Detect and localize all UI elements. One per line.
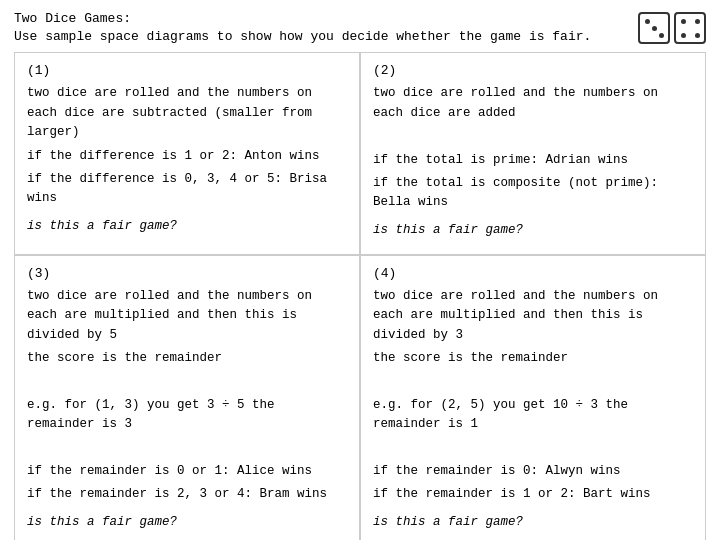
quad1-rule1: if the difference is 1 or 2: Anton wins — [27, 147, 347, 166]
quad3-number: (3) — [27, 266, 347, 281]
quad3-blank — [27, 373, 347, 392]
quad4-blank2 — [373, 439, 693, 458]
quad4-content: two dice are rolled and the numbers on e… — [373, 287, 693, 532]
quad2-question: is this a fair game? — [373, 221, 693, 240]
die2-icon — [674, 12, 706, 44]
quad4-rule1: if the remainder is 0: Alwyn wins — [373, 462, 693, 481]
quadrant-2: (2) two dice are rolled and the numbers … — [360, 52, 706, 255]
quad3-question: is this a fair game? — [27, 513, 347, 532]
die1-icon — [638, 12, 670, 44]
main-grid: (1) two dice are rolled and the numbers … — [14, 52, 706, 537]
title: Two Dice Games: — [14, 10, 591, 28]
quad2-rule2: if the total is composite (not prime): B… — [373, 174, 693, 213]
quad3-intro: two dice are rolled and the numbers on e… — [27, 287, 347, 345]
quad3-example: e.g. for (1, 3) you get 3 ÷ 5 the remain… — [27, 396, 347, 435]
quad1-number: (1) — [27, 63, 347, 78]
quad1-question: is this a fair game? — [27, 217, 347, 236]
quad1-rule2: if the difference is 0, 3, 4 or 5: Brisa… — [27, 170, 347, 209]
header-text: Two Dice Games: Use sample space diagram… — [14, 10, 591, 46]
quad4-question: is this a fair game? — [373, 513, 693, 532]
quad2-intro: two dice are rolled and the numbers on e… — [373, 84, 693, 123]
quad4-score: the score is the remainder — [373, 349, 693, 368]
quad1-content: two dice are rolled and the numbers on e… — [27, 84, 347, 236]
header: Two Dice Games: Use sample space diagram… — [14, 10, 706, 46]
quad2-number: (2) — [373, 63, 693, 78]
quadrant-4: (4) two dice are rolled and the numbers … — [360, 255, 706, 540]
quad3-blank2 — [27, 439, 347, 458]
quad2-rule1: if the total is prime: Adrian wins — [373, 151, 693, 170]
quad3-score: the score is the remainder — [27, 349, 347, 368]
page: Two Dice Games: Use sample space diagram… — [0, 0, 720, 540]
dice-icons — [638, 12, 706, 44]
quadrant-3: (3) two dice are rolled and the numbers … — [14, 255, 360, 540]
quad4-example: e.g. for (2, 5) you get 10 ÷ 3 the remai… — [373, 396, 693, 435]
subtitle: Use sample space diagrams to show how yo… — [14, 28, 591, 46]
quad2-blank — [373, 127, 693, 146]
quad2-content: two dice are rolled and the numbers on e… — [373, 84, 693, 240]
quadrant-1: (1) two dice are rolled and the numbers … — [14, 52, 360, 255]
quad3-content: two dice are rolled and the numbers on e… — [27, 287, 347, 532]
quad4-rule2: if the remainder is 1 or 2: Bart wins — [373, 485, 693, 504]
quad3-rule2: if the remainder is 2, 3 or 4: Bram wins — [27, 485, 347, 504]
quad1-intro: two dice are rolled and the numbers on e… — [27, 84, 347, 142]
quad4-blank — [373, 373, 693, 392]
quad4-intro: two dice are rolled and the numbers on e… — [373, 287, 693, 345]
quad4-number: (4) — [373, 266, 693, 281]
quad3-rule1: if the remainder is 0 or 1: Alice wins — [27, 462, 347, 481]
